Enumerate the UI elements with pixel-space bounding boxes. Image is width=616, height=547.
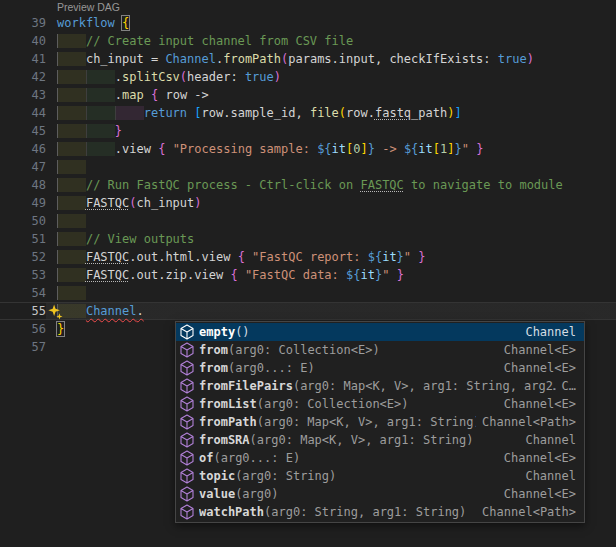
symbol-method-icon xyxy=(179,468,195,484)
line-number: 42 xyxy=(0,68,46,86)
code-line[interactable]: 39workflow { xyxy=(0,14,616,32)
code-action-sparkle-icon[interactable] xyxy=(46,304,64,320)
suggestion-item[interactable]: from(arg0: Collection<E>)Channel<E> xyxy=(176,341,584,359)
indent-guide xyxy=(86,88,115,102)
symbol-method-icon xyxy=(179,378,195,394)
code-text: // View outputs xyxy=(57,230,194,248)
token: . xyxy=(115,88,122,102)
token: // Run FastQC process - Ctrl-click on xyxy=(86,178,361,192)
indent-guide xyxy=(86,124,115,138)
line-number: 39 xyxy=(0,14,46,32)
code-text: ch_input = Channel.fromPath(params.input… xyxy=(57,50,534,68)
code-line[interactable]: 50 xyxy=(0,212,616,230)
indent-guide xyxy=(57,52,86,66)
code-line[interactable]: 53 FASTQC.out.zip.view { "FastQC data: $… xyxy=(0,266,616,284)
code-line[interactable]: 51 // View outputs xyxy=(0,230,616,248)
code-line[interactable]: 45 } xyxy=(0,122,616,140)
token: " xyxy=(404,250,411,264)
line-number: 40 xyxy=(0,32,46,50)
suggestion-type: Channel<E> xyxy=(504,359,576,377)
line-number: 49 xyxy=(0,194,46,212)
symbol-method-icon xyxy=(179,342,195,358)
token: map xyxy=(122,88,144,102)
indent-guide xyxy=(57,106,86,120)
token: // View outputs xyxy=(86,232,194,246)
token: ${ xyxy=(368,250,382,264)
token: "FastQC data: xyxy=(245,268,346,282)
suggestion-type: Channel<Path> xyxy=(482,503,576,521)
codelens-preview-dag[interactable]: Preview DAG xyxy=(57,1,120,13)
token: { xyxy=(122,16,129,30)
token: ( xyxy=(180,70,187,84)
token: ( xyxy=(129,196,136,210)
token: splitCsv xyxy=(122,70,180,84)
code-text: FASTQC(ch_input) xyxy=(57,194,202,212)
token: it xyxy=(418,142,432,156)
code-line[interactable]: 52 FASTQC.out.html.view { "FastQC report… xyxy=(0,248,616,266)
suggestion-item[interactable]: value(arg0)Channel<E> xyxy=(176,485,584,503)
code-line[interactable]: 47 xyxy=(0,158,616,176)
token: header: xyxy=(187,70,245,84)
code-line[interactable]: 44 return [row.sample_id, file(row.fastq… xyxy=(0,104,616,122)
code-line[interactable]: 49 FASTQC(ch_input) xyxy=(0,194,616,212)
token: it xyxy=(382,250,396,264)
indent-guide xyxy=(57,34,86,48)
suggestion-item[interactable]: fromFilePairs(arg0: Map<K, V>, arg1: Str… xyxy=(176,377,584,395)
token: ) xyxy=(274,70,281,84)
suggestion-item[interactable]: from(arg0...: E)Channel<E> xyxy=(176,359,584,377)
suggestion-label: fromSRA(arg0: Map<K, V>, arg1: String) xyxy=(199,431,474,449)
line-number: 48 xyxy=(0,176,46,194)
token: } xyxy=(397,250,404,264)
indent-guide xyxy=(57,214,86,228)
symbol-method-icon xyxy=(179,486,195,502)
suggestion-type: Channel<E> xyxy=(504,341,576,359)
token: .view xyxy=(115,142,158,156)
symbol-method-icon xyxy=(179,324,195,340)
suggestion-label: from(arg0...: E) xyxy=(199,359,315,377)
token: FASTQC xyxy=(86,268,129,282)
line-number: 45 xyxy=(0,122,46,140)
suggestion-item[interactable]: fromPath(arg0: Map<K, V>, arg1: String)C… xyxy=(176,413,584,431)
suggestion-label: topic(arg0: String) xyxy=(199,467,336,485)
token: file xyxy=(310,106,339,120)
symbol-method-icon xyxy=(179,450,195,466)
token xyxy=(115,16,122,30)
suggestion-item[interactable]: fromList(arg0: Collection<E>)Channel<E> xyxy=(176,395,584,413)
code-line[interactable]: 43 .map { row -> xyxy=(0,86,616,104)
indent-guide xyxy=(57,178,86,192)
line-number: 41 xyxy=(0,50,46,68)
token xyxy=(238,268,245,282)
token: -> xyxy=(375,142,404,156)
code-line[interactable]: 42 .splitCsv(header: true) xyxy=(0,68,616,86)
line-number: 52 xyxy=(0,248,46,266)
suggestion-item[interactable]: empty()Channel xyxy=(176,323,584,341)
suggestion-type: Channel xyxy=(525,431,576,449)
suggestion-item[interactable]: topic(arg0: String)Channel xyxy=(176,467,584,485)
suggestion-item[interactable]: watchPath(arg0: String, arg1: String)Cha… xyxy=(176,503,584,521)
token: Channel xyxy=(165,52,216,66)
symbol-method-icon xyxy=(179,360,195,376)
token: // Create input channel from CSV file xyxy=(86,34,353,48)
code-text: } xyxy=(57,320,64,338)
token: } xyxy=(476,142,483,156)
token: row -> xyxy=(158,88,209,102)
token: row.sample_id, xyxy=(202,106,310,120)
code-line[interactable]: 40 // Create input channel from CSV file xyxy=(0,32,616,50)
code-text xyxy=(57,284,86,302)
suggestion-item[interactable]: fromSRA(arg0: Map<K, V>, arg1: String)Ch… xyxy=(176,431,584,449)
code-line[interactable]: 54 xyxy=(0,284,616,302)
code-line[interactable]: 41 ch_input = Channel.fromPath(params.in… xyxy=(0,50,616,68)
token: .out.html.view xyxy=(129,250,237,264)
line-number: 51 xyxy=(0,230,46,248)
suggestion-type: Channel<E> xyxy=(504,449,576,467)
token: ch_input xyxy=(137,196,195,210)
token: ${ xyxy=(346,268,360,282)
code-line[interactable]: 48 // Run FastQC process - Ctrl-click on… xyxy=(0,176,616,194)
code-line[interactable]: 55 Channel. xyxy=(0,302,616,320)
suggest-widget: empty()Channelfrom(arg0: Collection<E>)C… xyxy=(175,321,585,523)
code-text xyxy=(57,158,86,176)
suggestion-item[interactable]: of(arg0...: E)Channel<E> xyxy=(176,449,584,467)
code-line[interactable]: 46 .view { "Processing sample: ${it[0]} … xyxy=(0,140,616,158)
code-text xyxy=(57,212,86,230)
indent-guide xyxy=(57,160,86,174)
